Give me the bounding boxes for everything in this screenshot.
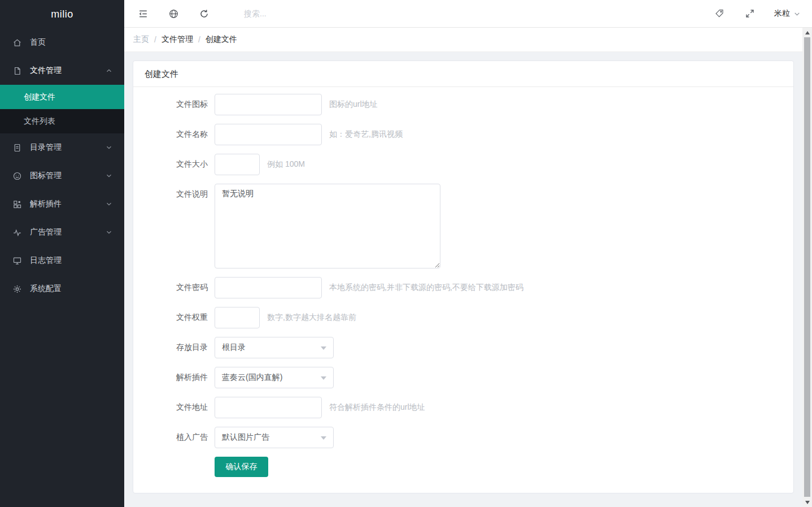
field-label: 文件说明	[133, 184, 208, 200]
gear-icon	[12, 284, 22, 294]
sidebar-item-system-config[interactable]: 系统配置	[0, 275, 124, 303]
scrollbar-down-button[interactable]	[802, 497, 812, 507]
form-row: 植入广告 默认图片广告	[133, 427, 782, 448]
create-file-card: 创建文件 文件图标 图标的url地址 文件名称 如：爱奇艺,腾讯视频	[133, 60, 794, 493]
chevron-down-icon	[105, 228, 113, 236]
user-dropdown[interactable]: 米粒	[774, 8, 801, 19]
field-label: 文件名称	[133, 129, 208, 140]
file-name-input[interactable]	[215, 124, 322, 145]
form-row: 文件说明 暂无说明	[133, 184, 782, 268]
file-icon-input[interactable]	[215, 94, 322, 115]
globe-icon[interactable]	[168, 8, 179, 19]
file-weight-input[interactable]	[215, 307, 260, 328]
triangle-up-icon	[805, 31, 810, 34]
field-hint: 图标的url地址	[329, 99, 378, 110]
file-size-input[interactable]	[215, 154, 260, 175]
sidebar-item-label: 图标管理	[30, 171, 105, 181]
form-row: 文件地址 符合解析插件条件的url地址	[133, 397, 782, 418]
sidebar: milio 首页 文件管理 创建文件 文件列表 目录管理 图标管理	[0, 0, 124, 507]
sidebar-item-label: 系统配置	[30, 284, 113, 294]
field-hint: 数字,数字越大排名越靠前	[267, 313, 356, 323]
sidebar-item-log-management[interactable]: 日志管理	[0, 246, 124, 275]
field-label: 存放目录	[133, 343, 208, 353]
form-row: 文件图标 图标的url地址	[133, 94, 782, 115]
chevron-down-icon	[321, 346, 326, 350]
field-label: 文件密码	[133, 283, 208, 293]
home-icon	[12, 38, 22, 47]
breadcrumb-file-management[interactable]: 文件管理	[161, 34, 193, 45]
smiley-icon	[12, 171, 22, 181]
form-row: 存放目录 根目录	[133, 337, 782, 358]
sidebar-item-label: 日志管理	[30, 255, 113, 266]
chevron-down-icon	[793, 10, 801, 18]
storage-directory-select[interactable]: 根目录	[215, 337, 334, 358]
sidebar-item-label: 文件管理	[30, 66, 105, 76]
breadcrumb-separator: /	[154, 35, 156, 44]
search-input[interactable]	[244, 9, 351, 18]
field-hint: 如：爱奇艺,腾讯视频	[329, 129, 403, 140]
field-label: 文件图标	[133, 99, 208, 110]
tag-icon[interactable]	[714, 8, 724, 19]
chevron-down-icon	[105, 172, 113, 180]
file-url-input[interactable]	[215, 397, 322, 418]
field-label: 文件大小	[133, 159, 208, 170]
field-hint: 本地系统的密码,并非下载源的密码,不要给下载源加密码	[329, 283, 523, 293]
field-label: 文件权重	[133, 313, 208, 323]
file-password-input[interactable]	[215, 277, 322, 298]
file-management-submenu: 创建文件 文件列表	[0, 85, 124, 133]
main-area: 米粒 主页 / 文件管理 / 创建文件 创建文件 文	[124, 0, 812, 507]
file-description-textarea[interactable]: 暂无说明	[215, 184, 440, 268]
sidebar-item-label: 目录管理	[30, 142, 105, 153]
sidebar-item-parser-plugins[interactable]: 解析插件	[0, 190, 124, 218]
fullscreen-icon[interactable]	[745, 8, 755, 19]
triangle-down-icon	[805, 501, 810, 504]
sidebar-item-label: 首页	[30, 37, 113, 47]
chevron-down-icon	[321, 376, 326, 380]
form-row: 确认保存	[133, 457, 782, 477]
parser-plugin-select[interactable]: 蓝奏云(国内直解)	[215, 367, 334, 388]
file-icon	[12, 66, 22, 76]
breadcrumb: 主页 / 文件管理 / 创建文件	[124, 28, 802, 52]
pulse-icon	[12, 228, 22, 237]
sidebar-item-directory-management[interactable]: 目录管理	[0, 133, 124, 162]
chevron-down-icon	[105, 200, 113, 208]
scroll-region: 主页 / 文件管理 / 创建文件 创建文件 文件图标 图标的url地址	[124, 28, 812, 507]
breadcrumb-create-file: 创建文件	[206, 34, 237, 45]
sidebar-item-create-file[interactable]: 创建文件	[0, 85, 124, 109]
form-row: 文件名称 如：爱奇艺,腾讯视频	[133, 124, 782, 145]
embed-ad-select[interactable]: 默认图片广告	[215, 427, 334, 448]
selected-value: 默认图片广告	[222, 432, 269, 443]
chevron-down-icon	[105, 144, 113, 151]
form-row: 文件权重 数字,数字越大排名越靠前	[133, 307, 782, 328]
username: 米粒	[774, 8, 790, 19]
directory-icon	[12, 143, 22, 153]
sidebar-item-icon-management[interactable]: 图标管理	[0, 162, 124, 190]
content: 创建文件 文件图标 图标的url地址 文件名称 如：爱奇艺,腾讯视频	[124, 52, 802, 502]
sidebar-item-label: 解析插件	[30, 199, 105, 209]
breadcrumb-home[interactable]: 主页	[133, 34, 149, 45]
sidebar-item-ad-management[interactable]: 广告管理	[0, 218, 124, 246]
topbar: 米粒	[124, 0, 812, 28]
sidebar-item-file-list[interactable]: 文件列表	[0, 109, 124, 133]
chevron-down-icon	[321, 436, 326, 440]
confirm-save-button[interactable]: 确认保存	[215, 457, 268, 477]
breadcrumb-separator: /	[198, 35, 200, 44]
field-hint: 符合解析插件条件的url地址	[329, 402, 425, 413]
refresh-icon[interactable]	[199, 8, 209, 19]
field-label: 解析插件	[133, 372, 208, 383]
create-file-form: 文件图标 图标的url地址 文件名称 如：爱奇艺,腾讯视频 文件大小	[133, 87, 793, 493]
app-logo: milio	[0, 0, 124, 28]
monitor-icon	[12, 256, 22, 266]
plugin-blocks-icon	[12, 200, 22, 209]
collapse-sidebar-icon[interactable]	[138, 8, 149, 19]
sidebar-item-label: 广告管理	[30, 227, 105, 237]
topbar-right: 米粒	[694, 8, 801, 19]
sidebar-item-file-management[interactable]: 文件管理	[0, 57, 124, 85]
scrollbar-up-button[interactable]	[802, 28, 812, 37]
vertical-scrollbar[interactable]	[802, 28, 812, 507]
field-label: 植入广告	[133, 432, 208, 443]
scrollbar-thumb[interactable]	[804, 37, 810, 497]
field-label: 文件地址	[133, 402, 208, 413]
sidebar-item-home[interactable]: 首页	[0, 28, 124, 57]
form-row: 解析插件 蓝奏云(国内直解)	[133, 367, 782, 388]
